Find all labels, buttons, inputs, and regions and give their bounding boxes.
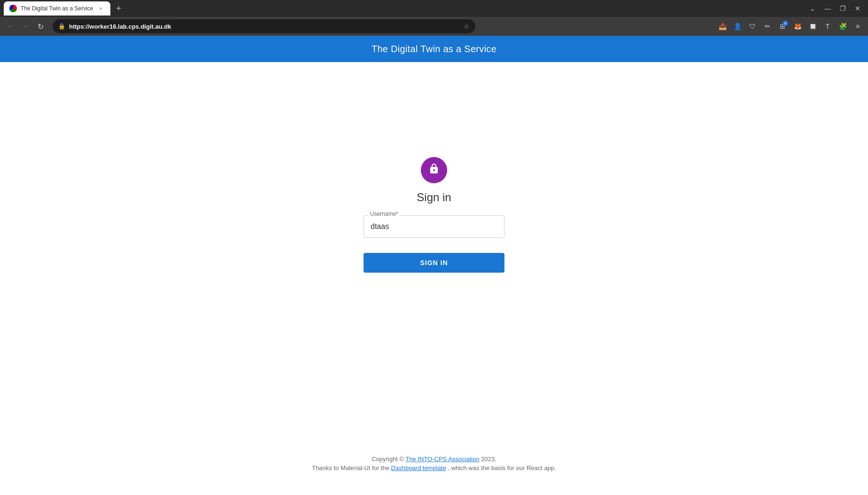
profile-icon[interactable]: 👤 xyxy=(731,20,744,33)
template-link[interactable]: Dashboard template xyxy=(391,464,446,471)
org-link[interactable]: The INTO-CPS Association xyxy=(405,456,479,463)
tab-title: The Digital Twin as a Service xyxy=(21,5,93,12)
translate-icon[interactable]: T xyxy=(821,20,834,33)
address-prefix: https://worker16.lab.cps.digit. xyxy=(69,23,155,30)
maximize-button[interactable]: ❐ xyxy=(836,2,849,15)
overflow-menu-icon[interactable]: ≡ xyxy=(851,20,864,33)
security-icon: 🔒 xyxy=(58,23,65,30)
signin-title: Sign in xyxy=(417,191,451,204)
browser-chrome: The Digital Twin as a Service × + ⌄ — ❐ … xyxy=(0,0,868,36)
username-input[interactable] xyxy=(364,215,504,238)
back-button[interactable]: ← xyxy=(4,20,17,33)
address-bold: au.dk xyxy=(155,23,171,30)
address-bar[interactable]: 🔒 https://worker16.lab.cps.digit.au.dk ☆ xyxy=(53,19,475,33)
firefox-icon[interactable]: 🦊 xyxy=(791,20,804,33)
new-tab-button[interactable]: + xyxy=(112,2,125,15)
footer-thanks-line: Thanks to Material-UI for the Dashboard … xyxy=(9,464,859,471)
thanks-end: , which was the basis for our React app. xyxy=(448,464,556,471)
signin-container: Sign in Username* SIGN IN xyxy=(364,157,504,273)
refresh-button[interactable]: ↻ xyxy=(34,20,47,33)
signin-button[interactable]: SIGN IN xyxy=(364,253,504,273)
close-button[interactable]: ✕ xyxy=(851,2,864,15)
forward-button[interactable]: → xyxy=(19,20,32,33)
lock-icon-wrapper xyxy=(421,157,447,183)
minimize-button[interactable]: — xyxy=(821,2,834,15)
container-icon[interactable]: 🔲 xyxy=(806,20,819,33)
page-footer: Copyright © The INTO-CPS Association 202… xyxy=(0,446,868,481)
app-header: The Digital Twin as a Service xyxy=(0,36,868,62)
lock-icon xyxy=(428,163,440,177)
page-content: Sign in Username* SIGN IN xyxy=(0,62,868,368)
username-form-group: Username* xyxy=(364,215,504,238)
dropdown-button[interactable]: ⌄ xyxy=(806,2,819,15)
footer-copyright-line: Copyright © The INTO-CPS Association 202… xyxy=(9,456,859,463)
toolbar-icons: 📥 👤 🛡 ✏ ⊞ 8 🦊 🔲 T 🧩 ≡ xyxy=(716,20,864,33)
thanks-text: Thanks to Material-UI for the xyxy=(312,464,389,471)
copyright-text: Copyright © xyxy=(372,456,404,463)
bottom-section: Copyright © The INTO-CPS Association 202… xyxy=(0,368,868,495)
window-controls: ⌄ — ❐ ✕ xyxy=(806,2,864,15)
required-mark: * xyxy=(396,211,398,217)
pocket-icon[interactable]: 📥 xyxy=(716,20,729,33)
tab-close-button[interactable]: × xyxy=(97,5,105,12)
app-title: The Digital Twin as a Service xyxy=(372,44,496,55)
extensions-count-badge: 8 xyxy=(783,21,788,26)
browser-tab[interactable]: The Digital Twin as a Service × xyxy=(4,1,110,16)
tab-bar: The Digital Twin as a Service × + ⌄ — ❐ … xyxy=(0,0,868,17)
shield-icon[interactable]: 🛡 xyxy=(746,20,759,33)
extensions-count-icon[interactable]: ⊞ 8 xyxy=(776,20,789,33)
nav-bar: ← → ↻ 🔒 https://worker16.lab.cps.digit.a… xyxy=(0,17,868,36)
tab-favicon-icon xyxy=(9,5,17,12)
extensions-icon[interactable]: 🧩 xyxy=(836,20,849,33)
bookmark-icon[interactable]: ☆ xyxy=(464,23,470,30)
full-page: The Digital Twin as a Service Sign in Us… xyxy=(0,36,868,495)
username-label: Username* xyxy=(368,211,400,217)
username-label-text: Username xyxy=(370,211,396,217)
footer-year: 2023. xyxy=(481,456,496,463)
pen-icon[interactable]: ✏ xyxy=(761,20,774,33)
address-text: https://worker16.lab.cps.digit.au.dk xyxy=(69,23,460,30)
